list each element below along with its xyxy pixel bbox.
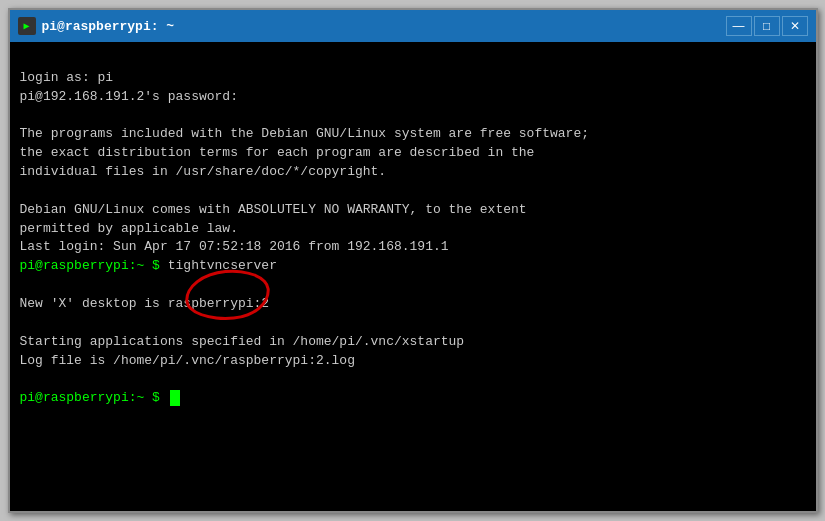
- prompt-2: pi@raspberrypi:~ $: [20, 390, 168, 405]
- line-debian: Debian GNU/Linux comes with ABSOLUTELY N…: [20, 202, 527, 217]
- line-lastlogin: Last login: Sun Apr 17 07:52:18 2016 fro…: [20, 239, 449, 254]
- line-newdesktop: New 'X' desktop is raspberrypi:2: [20, 296, 270, 311]
- line-programs: The programs included with the Debian GN…: [20, 126, 590, 141]
- line-login: login as: pi: [20, 70, 114, 85]
- line-logfile: Log file is /home/pi/.vnc/raspberrypi:2.…: [20, 353, 355, 368]
- line-exact: the exact distribution terms for each pr…: [20, 145, 535, 160]
- terminal-output: login as: pi pi@192.168.191.2's password…: [20, 50, 806, 408]
- window-title: pi@raspberrypi: ~: [42, 19, 175, 34]
- maximize-button[interactable]: □: [754, 16, 780, 36]
- cmd-1: tightvncserver: [168, 258, 277, 273]
- title-bar: ▶ pi@raspberrypi: ~ — □ ✕: [10, 10, 816, 42]
- terminal-window: ▶ pi@raspberrypi: ~ — □ ✕ login as: pi p…: [8, 8, 818, 513]
- cursor: [170, 390, 180, 406]
- line-starting: Starting applications specified in /home…: [20, 334, 465, 349]
- minimize-button[interactable]: —: [726, 16, 752, 36]
- line-password: pi@192.168.191.2's password:: [20, 89, 238, 104]
- title-bar-left: ▶ pi@raspberrypi: ~: [18, 17, 175, 35]
- line-permitted: permitted by applicable law.: [20, 221, 238, 236]
- prompt-1: pi@raspberrypi:~ $: [20, 258, 168, 273]
- close-button[interactable]: ✕: [782, 16, 808, 36]
- terminal-icon: ▶: [18, 17, 36, 35]
- title-bar-controls: — □ ✕: [726, 16, 808, 36]
- line-individual: individual files in /usr/share/doc/*/cop…: [20, 164, 387, 179]
- terminal-body[interactable]: login as: pi pi@192.168.191.2's password…: [10, 42, 816, 511]
